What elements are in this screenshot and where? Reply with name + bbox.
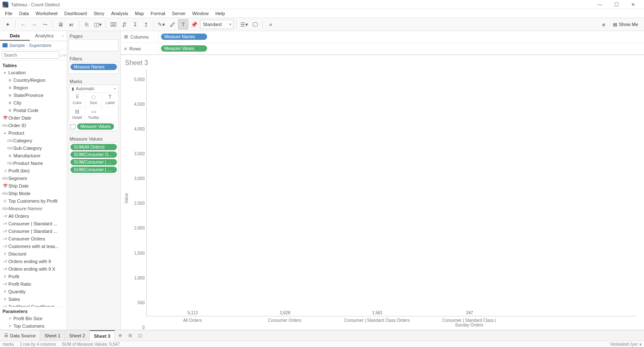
- sort-desc-button[interactable]: ↥: [141, 19, 151, 29]
- field-item[interactable]: 📅Order Date: [0, 114, 67, 122]
- parameter-item[interactable]: #Profit Bin Size: [0, 315, 67, 322]
- new-dashboard-button[interactable]: ⊞: [125, 330, 135, 341]
- parameter-item[interactable]: #Top Customers: [0, 322, 67, 330]
- sheet-tab[interactable]: Sheet 2: [65, 330, 90, 341]
- marks-pill-measure-values[interactable]: Measure Values: [77, 123, 114, 130]
- field-item[interactable]: =#Profit Ratio: [0, 280, 67, 288]
- field-item[interactable]: ⊕Manufacturer: [0, 152, 67, 159]
- field-item[interactable]: ⊕City: [0, 99, 67, 107]
- measure-values-shelf[interactable]: SUM(All Orders)SUM(Consumer Ord...SUM(Co…: [69, 142, 119, 175]
- field-item[interactable]: AbcCategory: [0, 137, 67, 144]
- pause-button[interactable]: ⏯: [66, 19, 76, 29]
- field-item[interactable]: ⊕Country/Region: [0, 76, 67, 84]
- label-check-icon[interactable]: [70, 124, 75, 129]
- menu-server[interactable]: Server: [169, 10, 189, 17]
- menu-window[interactable]: Window: [189, 10, 212, 17]
- bar[interactable]: 5,111: [159, 310, 226, 316]
- menu-map[interactable]: Map: [132, 10, 147, 17]
- measure-value-pill[interactable]: SUM(Consumer Ord...: [70, 151, 117, 158]
- tableau-icon[interactable]: ✦: [3, 19, 13, 29]
- tab-data[interactable]: Data: [0, 31, 30, 41]
- marks-size[interactable]: ◌Size: [86, 93, 102, 107]
- duplicate-sheet-icon[interactable]: ◫▾: [93, 19, 103, 29]
- tab-data-source[interactable]: ☱ Data Source: [0, 330, 40, 341]
- filter-icon[interactable]: ▿: [63, 52, 65, 58]
- filter-pill[interactable]: Measure Names: [70, 64, 117, 70]
- field-item[interactable]: ⊙Top Customers by Profit: [0, 197, 67, 205]
- field-item[interactable]: 📅Ship Date: [0, 182, 67, 190]
- menu-dashboard[interactable]: Dashboard: [61, 10, 90, 17]
- field-item[interactable]: =#Consumer | Standard ...: [0, 227, 67, 235]
- menu-worksheet[interactable]: Worksheet: [32, 10, 61, 17]
- field-item[interactable]: AbcSegment: [0, 175, 67, 182]
- pages-shelf[interactable]: [69, 39, 119, 51]
- columns-shelf[interactable]: Measure Names: [158, 32, 644, 41]
- user-dropdown-icon[interactable]: ▾: [639, 342, 641, 347]
- field-item[interactable]: .ılProfit (bin): [0, 167, 67, 175]
- new-sheet-button[interactable]: ⊕: [115, 330, 125, 341]
- field-item[interactable]: =#Consumer | Standard ...: [0, 220, 67, 227]
- field-item[interactable]: =#Consumer Orders: [0, 235, 67, 243]
- field-item[interactable]: =#Customers with at leas...: [0, 243, 67, 250]
- bar[interactable]: 247: [436, 310, 503, 316]
- field-item[interactable]: #Discount: [0, 250, 67, 258]
- field-item[interactable]: ⊕Region: [0, 84, 67, 91]
- marks-tooltip[interactable]: ▭Tooltip: [86, 107, 102, 122]
- menu-story[interactable]: Story: [90, 10, 108, 17]
- field-item[interactable]: =#Orders ending with 9 X: [0, 265, 67, 273]
- data-guide-icon[interactable]: ⎈: [599, 19, 609, 29]
- undo-button[interactable]: ←: [18, 19, 28, 29]
- pin-button[interactable]: 📌: [189, 19, 199, 29]
- field-item[interactable]: =#Traditional Conditional...: [0, 303, 67, 307]
- bar[interactable]: 1,561: [344, 310, 411, 316]
- sheet-title[interactable]: Sheet 3: [123, 59, 636, 69]
- datasource-row[interactable]: Sample - Superstore: [0, 41, 67, 50]
- collapse-sidebar-icon[interactable]: ‹: [59, 31, 67, 41]
- share-button[interactable]: ∝: [265, 19, 275, 29]
- field-item[interactable]: AbcShip Mode: [0, 190, 67, 197]
- measure-value-pill[interactable]: SUM(All Orders): [70, 144, 117, 150]
- filters-shelf[interactable]: Measure Names: [69, 62, 119, 74]
- field-item[interactable]: AbcMeasure Names: [0, 205, 67, 212]
- field-item[interactable]: ⊕State/Province: [0, 91, 67, 99]
- field-item[interactable]: =#All Orders: [0, 212, 67, 220]
- highlight-button[interactable]: ✎▾: [156, 19, 166, 29]
- maximize-button[interactable]: ☐: [608, 2, 625, 8]
- fit-selector[interactable]: Standard: [200, 20, 234, 29]
- bar[interactable]: 2,628: [252, 310, 319, 316]
- measure-value-pill[interactable]: SUM(Consumer | St...: [70, 167, 117, 173]
- field-item[interactable]: AbcSub-Category: [0, 144, 67, 152]
- field-item[interactable]: AbcProduct Name: [0, 159, 67, 167]
- search-input[interactable]: [2, 51, 59, 59]
- marks-color[interactable]: ⠿Color: [69, 93, 86, 107]
- show-cards-button[interactable]: ☰▾: [239, 19, 249, 29]
- swap-button[interactable]: ⇵: [119, 19, 129, 29]
- show-me-button[interactable]: ▤ Show Me: [610, 22, 641, 27]
- clear-sheet-button[interactable]: ⌧: [108, 19, 118, 29]
- save-button[interactable]: ⤳: [40, 19, 50, 29]
- presentation-button[interactable]: 🖵: [250, 19, 260, 29]
- minimize-button[interactable]: —: [591, 2, 608, 8]
- menu-file[interactable]: File: [2, 10, 16, 17]
- sort-asc-button[interactable]: ↧: [130, 19, 140, 29]
- sheet-tab[interactable]: Sheet 1: [40, 330, 65, 341]
- shelf-pill[interactable]: Measure Names: [161, 34, 207, 40]
- rows-shelf[interactable]: Measure Values: [158, 44, 644, 53]
- field-item[interactable]: #Sales: [0, 295, 67, 303]
- new-datasource-button[interactable]: 🖥: [55, 19, 65, 29]
- field-item[interactable]: #Profit: [0, 273, 67, 280]
- show-labels-button[interactable]: T: [178, 19, 188, 29]
- field-item[interactable]: #Quantity: [0, 288, 67, 295]
- field-item[interactable]: ⊕Postal Code: [0, 107, 67, 114]
- bars-area[interactable]: 5,1112,6281,561247: [146, 69, 636, 316]
- menu-data[interactable]: Data: [16, 10, 32, 17]
- menu-analysis[interactable]: Analysis: [108, 10, 132, 17]
- group-button[interactable]: 🖉: [167, 19, 177, 29]
- new-worksheet-icon[interactable]: ⎘: [82, 19, 92, 29]
- measure-value-pill[interactable]: SUM(Consumer | St...: [70, 159, 117, 165]
- tab-analytics[interactable]: Analytics: [30, 31, 60, 41]
- sheet-tab[interactable]: Sheet 3: [90, 330, 115, 341]
- marks-type-selector[interactable]: ▮ Automatic: [69, 85, 118, 93]
- field-item[interactable]: ▸Product: [0, 129, 67, 137]
- new-story-button[interactable]: ◫: [135, 330, 145, 341]
